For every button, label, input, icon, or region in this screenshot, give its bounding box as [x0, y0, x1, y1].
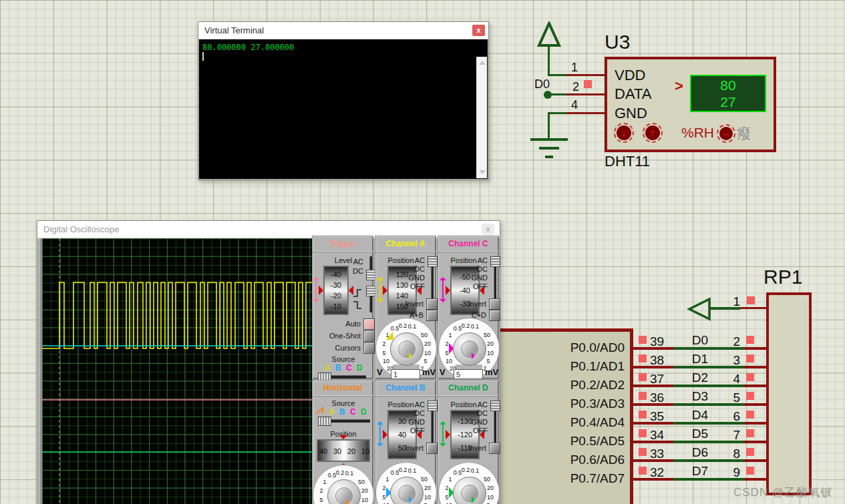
channel-b-coupling-OFF[interactable]: OFF — [394, 427, 425, 435]
rp1-pin-number-4: 4 — [723, 372, 740, 387]
dht11-input-marker: > — [675, 77, 683, 95]
trigger-coupling-DC[interactable]: DC — [347, 267, 363, 275]
channel-a-coupling-AC[interactable]: AC — [394, 256, 425, 264]
channel-d-dial-knob-hub — [461, 485, 478, 502]
virtual-terminal-titlebar[interactable]: Virtual Terminal x — [198, 22, 488, 39]
dht11-lcd-display: 80 27 — [690, 75, 766, 112]
scroll-down-icon[interactable] — [479, 170, 486, 174]
oscilloscope-window[interactable]: Digital Oscilloscope x TriggerLevel-40-3… — [37, 220, 500, 504]
horizontal-panel-title: Horizontal — [323, 383, 363, 393]
rp1-body[interactable] — [766, 292, 812, 495]
channel-a-coupling-slider[interactable] — [428, 256, 436, 300]
channel-a-unit-right: mV — [422, 367, 436, 377]
trigger-cursors-button[interactable] — [363, 342, 375, 354]
channel-c-coupling-AC[interactable]: AC — [457, 256, 488, 264]
arrow-stem — [442, 280, 444, 299]
channel-d-coupling-DC[interactable]: DC — [457, 409, 488, 417]
arrow-down-icon — [313, 299, 319, 302]
channel-c-coupling-slider[interactable] — [490, 256, 499, 300]
channel-a-dial-knob-hub — [398, 340, 415, 358]
channel-b-position-wheel-adjust-arrows[interactable] — [377, 421, 383, 447]
channel-a-coupling-GND[interactable]: GND — [394, 274, 425, 282]
virtual-terminal-window[interactable]: Virtual Terminal x 80.000000 27.000000 — [198, 21, 489, 180]
trigger-source-C[interactable]: C — [346, 363, 352, 372]
trigger-one-shot-button[interactable] — [363, 330, 375, 342]
channel-a-scale-value[interactable]: 1 — [391, 369, 420, 379]
rp1-pin1-marker — [747, 296, 755, 304]
channel-b-coupling-slider-thumb[interactable] — [428, 401, 438, 411]
trigger-edge-slider[interactable] — [366, 286, 375, 312]
channel-c-coupling-slider-thumb[interactable] — [490, 256, 500, 267]
channel-c-sum-button[interactable] — [489, 310, 500, 321]
channel-c-dial-knob-arrow — [472, 352, 475, 359]
channel-a-dial-knob-arrow — [409, 352, 412, 359]
channel-c-scale-value[interactable]: 5 — [454, 369, 483, 379]
virtual-terminal-close-button[interactable]: x — [472, 25, 485, 36]
channel-b-coupling-slider[interactable] — [428, 401, 436, 445]
terminal-scrollbar[interactable] — [476, 57, 487, 178]
horizontal-source-A[interactable]: A — [329, 407, 335, 417]
channel-a-sum-button[interactable] — [426, 310, 438, 321]
terminal-cursor — [202, 52, 204, 61]
channel-c-coupling-DC[interactable]: DC — [457, 265, 488, 273]
channel-b-dial-knob-arrow — [409, 497, 412, 503]
channel-d-coupling-slider[interactable] — [490, 401, 499, 445]
mcu-port-label-D4: P0.4/AD4 — [512, 415, 625, 430]
dht11-increase-button[interactable]: ↑ — [643, 123, 663, 143]
oscilloscope-close-button[interactable]: x — [482, 224, 494, 235]
mcu-pin-marker-36 — [639, 392, 647, 400]
horizontal-source-slider[interactable] — [318, 417, 370, 425]
channel-a-coupling-OFF[interactable]: OFF — [394, 282, 425, 290]
channel-d-position-wheel-marker-left — [446, 430, 450, 439]
rp1-pin-stub-4 — [744, 385, 766, 387]
rp1-pin-stub-2 — [744, 347, 766, 350]
terminal-output-area[interactable]: 80.000000 27.000000 — [199, 39, 488, 179]
horizontal-position-wheel[interactable]: 40302010 — [317, 439, 370, 462]
horizontal-source-C[interactable]: C — [350, 407, 356, 417]
trigger-level-wheel-adjust-arrows[interactable] — [313, 277, 319, 302]
horizontal-dial-label: 1 — [317, 479, 332, 485]
arrow-stem — [379, 425, 381, 443]
channel-b-coupling-AC[interactable]: AC — [394, 401, 425, 409]
channel-c-invert-button[interactable] — [489, 298, 500, 310]
dht11-pin1-number: 1 — [568, 61, 581, 75]
dht11-decrease-button[interactable]: ↓ — [614, 123, 634, 143]
channel-a-coupling-DC[interactable]: DC — [394, 265, 425, 273]
rp1-pin-number-6: 6 — [723, 409, 740, 424]
mcu-port-label-D7: P0.7/AD7 — [512, 471, 625, 486]
trigger-level-wheel[interactable]: -40-30-20-10 — [323, 266, 349, 315]
channel-b-coupling-DC[interactable]: DC — [394, 409, 425, 417]
channel-c-coupling-OFF[interactable]: OFF — [457, 282, 488, 290]
channel-d-coupling-GND[interactable]: GND — [457, 418, 488, 426]
channel-a-panel: Channel APosition120130140150ACDCGNDOFFI… — [375, 236, 436, 379]
horizontal-source-B[interactable]: B — [339, 407, 345, 417]
channel-c-position-wheel-adjust-arrows[interactable] — [440, 277, 446, 302]
channel-d-coupling-slider-thumb[interactable] — [490, 401, 500, 411]
ground-icon — [530, 138, 568, 141]
dht11-toggle-button[interactable]: ↔ — [717, 124, 735, 143]
horizontal-source-slider-thumb[interactable] — [318, 417, 331, 426]
channel-d-coupling-OFF[interactable]: OFF — [457, 427, 488, 435]
trigger-coupling-slider[interactable] — [366, 256, 375, 279]
trigger-auto-button[interactable] — [363, 318, 375, 330]
channel-b-invert-button[interactable] — [426, 443, 438, 454]
channel-a-coupling-slider-thumb[interactable] — [428, 256, 438, 267]
channel-c-coupling-GND[interactable]: GND — [457, 274, 488, 282]
trigger-source-D[interactable]: D — [357, 363, 363, 372]
channel-d-coupling-AC[interactable]: AC — [457, 401, 488, 409]
oscilloscope-display[interactable] — [40, 238, 312, 504]
channel-b-coupling-GND[interactable]: GND — [394, 418, 425, 426]
channel-c-dial-label: 0.1 — [468, 323, 482, 330]
rp1-pin-number-8: 8 — [723, 447, 740, 461]
trigger-coupling-AC[interactable]: AC — [347, 258, 363, 266]
trigger-source-B[interactable]: B — [335, 363, 341, 372]
rp1-pin1-stub — [740, 307, 766, 309]
channel-d-position-wheel-adjust-arrows[interactable] — [440, 421, 446, 447]
scroll-up-icon[interactable] — [479, 61, 486, 65]
channel-a-position-wheel-adjust-arrows[interactable] — [377, 277, 383, 302]
horizontal-source-D[interactable]: D — [361, 407, 367, 417]
trigger-source-A[interactable]: A — [325, 363, 331, 372]
channel-d-invert-button[interactable] — [489, 443, 500, 454]
channel-a-invert-button[interactable] — [426, 298, 438, 310]
trigger-level-wheel-value: -30 — [325, 281, 347, 289]
